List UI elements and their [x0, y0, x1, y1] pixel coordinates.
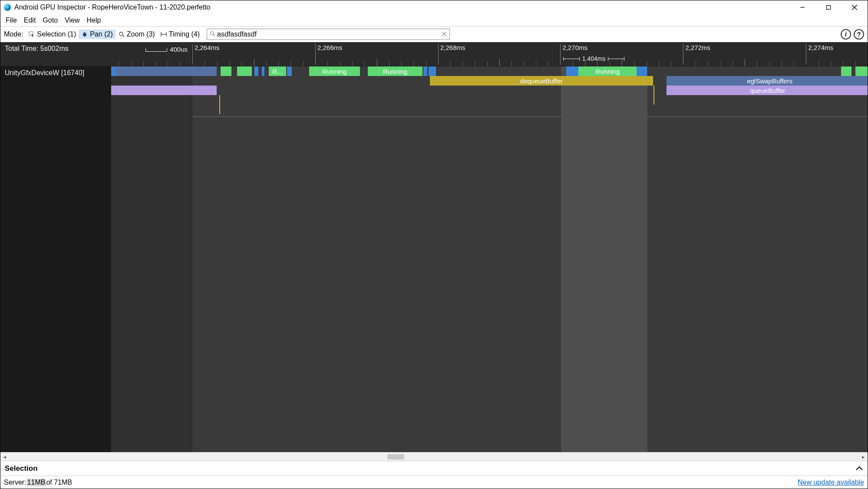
ruler-minor-tick [413, 62, 414, 66]
ruler-minor-tick [585, 62, 585, 66]
track-name: UnityGfxDeviceW [16740] [5, 69, 84, 77]
ruler-minor-tick [205, 62, 205, 66]
update-link[interactable]: New update available [798, 479, 864, 486]
ruler-minor-tick [119, 62, 119, 66]
ruler-minor-tick [475, 62, 475, 66]
ruler-minor-tick [720, 62, 720, 66]
timeline-event[interactable]: Running [368, 66, 422, 76]
menu-view[interactable]: View [61, 15, 83, 26]
timeline-event[interactable] [855, 66, 868, 76]
search-box[interactable] [207, 29, 450, 40]
timeline-event[interactable] [254, 66, 258, 76]
event-label: queueBuffer [750, 87, 785, 94]
event-label: Running [383, 68, 407, 75]
window-titlebar: Android GPU Inspector - RopeHeroViceTown… [0, 0, 868, 14]
ruler-minor-tick [266, 62, 267, 66]
timeline-event[interactable] [111, 86, 217, 95]
track-canvas[interactable]: R...RunningRunningRunningR...dequeueBuff… [192, 66, 868, 452]
timeline-event[interactable] [221, 66, 231, 76]
mode-timing-label: Timing (4) [169, 30, 200, 38]
timeline-event[interactable]: dequeueBuffer [430, 76, 653, 86]
ruler-minor-tick [512, 62, 512, 66]
scroll-thumb[interactable] [387, 454, 404, 459]
timeline-event[interactable] [262, 66, 264, 76]
info-button[interactable]: i [841, 29, 851, 40]
ruler-minor-tick [327, 62, 328, 66]
ruler-minor-tick [855, 62, 856, 66]
timeline-event[interactable] [116, 66, 217, 76]
mode-label: Mode: [4, 30, 23, 38]
ruler-minor-tick [622, 59, 622, 66]
ruler-minor-tick [757, 62, 757, 66]
scroll-track[interactable] [9, 453, 859, 460]
minimize-button[interactable] [789, 0, 815, 14]
maximize-button[interactable] [815, 0, 842, 14]
timeline-event[interactable]: eglSwapBuffers [667, 76, 868, 86]
ruler-minor-tick [352, 62, 353, 66]
menu-file[interactable]: File [2, 15, 20, 26]
ruler-minor-tick [180, 62, 181, 66]
mode-selection-button[interactable]: Selection (1) [26, 30, 79, 39]
event-marker-line [219, 95, 220, 114]
tracks-divider [192, 116, 868, 117]
selection-icon [28, 31, 35, 38]
track-area[interactable]: UnityGfxDeviceW [16740] R...RunningRunni… [0, 66, 868, 452]
timeline-event[interactable]: Running [578, 66, 637, 76]
toolbar-right: i ? [841, 29, 864, 40]
ruler-minor-tick [696, 62, 696, 66]
ruler-minor-tick [647, 62, 647, 66]
chevron-up-icon[interactable] [855, 465, 863, 472]
ruler-minor-tick [462, 62, 463, 66]
menu-goto[interactable]: Goto [39, 15, 61, 26]
search-input[interactable] [217, 30, 442, 38]
event-label: dequeueBuffer [520, 77, 563, 85]
ruler-minor-tick [745, 59, 745, 66]
ruler-major-tick: 2,270ms [560, 44, 587, 65]
timeline-event[interactable] [566, 66, 578, 76]
mode-timing-button[interactable]: Timing (4) [158, 30, 202, 39]
menu-help[interactable]: Help [83, 15, 104, 26]
ruler-minor-tick [426, 62, 426, 66]
close-button[interactable] [842, 0, 868, 14]
help-button[interactable]: ? [854, 29, 864, 40]
clear-search-icon[interactable] [442, 30, 447, 38]
timeline[interactable]: Total Time: 5s002ms 400us 1.404ms 2,264m… [0, 42, 868, 452]
ruler-major-tick: 2,266ms [315, 44, 343, 65]
scroll-left-button[interactable]: ◂ [0, 454, 9, 460]
timeline-event[interactable] [237, 66, 252, 76]
scroll-right-button[interactable]: ▸ [859, 454, 868, 460]
timeline-event[interactable]: Running [309, 66, 360, 76]
ruler-minor-tick [401, 62, 402, 66]
menu-edit[interactable]: Edit [20, 15, 40, 26]
mode-pan-button[interactable]: Pan (2) [79, 30, 115, 39]
timeline-event[interactable] [423, 66, 427, 76]
timeline-event[interactable] [637, 66, 647, 76]
status-mem-rest: of 71MB [46, 479, 72, 486]
ruler-minor-tick [782, 62, 782, 66]
ruler-minor-tick [155, 62, 156, 66]
timeline-event[interactable]: queueBuffer [667, 86, 868, 95]
event-marker-line [651, 76, 652, 86]
timeline-event[interactable] [841, 66, 851, 76]
ruler-minor-tick [487, 62, 488, 66]
ruler-minor-tick [254, 59, 254, 66]
selection-overlay [561, 66, 647, 452]
ruler-minor-tick [843, 62, 843, 66]
timeline-event[interactable] [287, 66, 292, 76]
mode-pan-label: Pan (2) [90, 30, 112, 38]
total-time-label: Total Time: 5s002ms [5, 45, 69, 53]
mode-selection-label: Selection (1) [37, 30, 76, 38]
timeline-event[interactable] [429, 66, 436, 76]
timeline-event[interactable]: R... [269, 66, 286, 76]
ruler-major-tick: 2,272ms [683, 44, 710, 65]
window-title: Android GPU Inspector - RopeHeroViceTown… [14, 3, 211, 11]
horizontal-scrollbar[interactable]: ◂ ▸ [0, 452, 868, 461]
mode-zoom-button[interactable]: Zoom (3) [116, 30, 158, 39]
selection-panel-header[interactable]: Selection [0, 461, 868, 476]
status-server-prefix: Server: [4, 479, 26, 486]
help-icon: ? [857, 31, 861, 38]
ruler-minor-tick [708, 62, 708, 66]
search-icon [210, 30, 215, 38]
ruler-minor-tick [548, 62, 548, 66]
ruler-minor-tick [143, 62, 144, 66]
